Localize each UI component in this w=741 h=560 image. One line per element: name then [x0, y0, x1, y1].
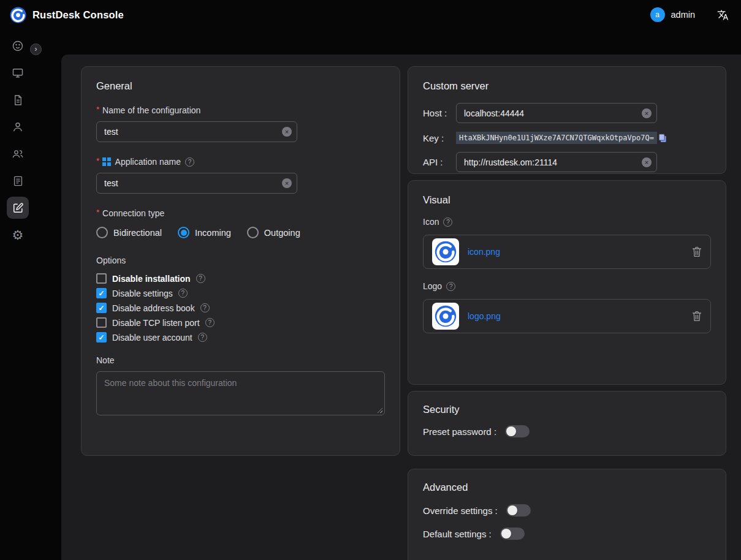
options-label: Options	[96, 255, 385, 265]
user-avatar[interactable]: a	[650, 7, 665, 22]
required-asterisk: *	[96, 156, 99, 165]
api-label: API :	[423, 157, 456, 167]
sidebar-item-groups[interactable]	[7, 143, 29, 165]
api-row: API : ×	[423, 152, 711, 172]
api-input[interactable]	[456, 152, 657, 172]
default-settings-label: Default settings :	[423, 529, 492, 539]
visual-title: Visual	[423, 194, 711, 206]
sidebar-item-user[interactable]	[7, 116, 29, 138]
advanced-card: Advanced Override settings : Default set…	[408, 469, 726, 560]
preset-password-row: Preset password :	[423, 425, 711, 437]
application-name-label: * Application name ?	[96, 157, 385, 167]
application-name-input[interactable]	[96, 173, 297, 194]
logo-preview	[432, 303, 459, 330]
delete-icon[interactable]	[692, 246, 702, 257]
toggle-thumb	[506, 426, 516, 436]
clear-icon[interactable]: ×	[282, 127, 292, 137]
toggle-thumb	[507, 505, 517, 515]
icon-file-box: icon.png	[423, 235, 711, 269]
option-label: Disable TCP listen port	[112, 318, 200, 328]
help-icon[interactable]: ?	[205, 318, 215, 327]
icon-label: Icon ?	[423, 217, 711, 227]
app-title: RustDesk Console	[32, 9, 124, 21]
option-disable-installation: Disable installation ?	[96, 273, 385, 284]
user-icon	[12, 121, 24, 133]
help-icon[interactable]: ?	[178, 289, 188, 298]
general-card: General * Name of the configuration × * …	[81, 66, 400, 456]
logo-file-box: logo.png	[423, 299, 711, 333]
sidebar-item-audit-log[interactable]	[7, 170, 29, 192]
option-disable-user-account: Disable user account ?	[96, 332, 385, 342]
smile-icon	[12, 40, 24, 52]
radio-outgoing[interactable]: Outgoing	[247, 227, 300, 238]
connection-type-label: * Connection type	[96, 208, 385, 218]
config-name-label: * Name of the configuration	[96, 105, 385, 115]
visual-card: Visual Icon ? icon.png Logo ? logo.png	[408, 180, 726, 385]
option-label: Disable installation	[112, 274, 191, 284]
windows-icon	[102, 157, 111, 166]
copy-icon[interactable]	[658, 134, 667, 143]
advanced-title: Advanced	[423, 482, 711, 493]
checkbox[interactable]	[96, 288, 107, 298]
clear-icon[interactable]: ×	[642, 157, 652, 167]
sidebar-item-documents[interactable]	[7, 89, 29, 111]
toggle-thumb	[501, 529, 511, 539]
logo-file-link[interactable]: logo.png	[468, 311, 501, 321]
radio-icon	[96, 227, 108, 238]
checkbox[interactable]	[96, 317, 107, 328]
option-label: Disable address book	[112, 303, 195, 313]
application-name-field: ×	[96, 173, 297, 194]
api-field: ×	[456, 152, 657, 172]
option-disable-tcp-listen-port: Disable TCP listen port ?	[96, 317, 385, 328]
preset-password-toggle[interactable]	[505, 425, 530, 437]
sidebar-item-settings[interactable]: ⚙	[7, 224, 29, 246]
override-settings-row: Override settings :	[423, 504, 711, 516]
delete-icon[interactable]	[692, 311, 702, 322]
note-field	[96, 371, 385, 418]
clear-icon[interactable]: ×	[282, 178, 292, 188]
translate-icon[interactable]	[717, 9, 729, 21]
help-icon[interactable]: ?	[196, 274, 205, 283]
icon-file-link[interactable]: icon.png	[468, 247, 500, 257]
sidebar: ⚙	[0, 29, 36, 560]
top-bar: RustDesk Console a admin	[0, 0, 741, 29]
config-name-input[interactable]	[96, 121, 297, 142]
help-icon[interactable]: ?	[198, 333, 207, 342]
connection-type-options: Bidirectional Incoming Outgoing	[96, 227, 385, 238]
custom-client-icon	[12, 202, 24, 214]
devices-icon	[12, 67, 24, 79]
help-icon[interactable]: ?	[446, 282, 455, 291]
sidebar-item-status[interactable]	[7, 35, 29, 57]
option-label: Disable settings	[112, 289, 173, 298]
checkbox[interactable]	[96, 303, 107, 313]
checkbox[interactable]	[96, 332, 107, 342]
option-label: Disable user account	[112, 333, 192, 342]
radio-icon	[178, 227, 189, 238]
override-settings-toggle[interactable]	[506, 504, 531, 516]
security-title: Security	[423, 404, 711, 415]
general-title: General	[96, 80, 385, 92]
radio-incoming[interactable]: Incoming	[178, 227, 231, 238]
option-disable-settings: Disable settings ?	[96, 288, 385, 298]
header-right: a admin	[650, 7, 729, 22]
rustdesk-logo-icon	[10, 7, 26, 23]
help-icon[interactable]: ?	[443, 218, 452, 227]
host-input[interactable]	[456, 103, 657, 123]
required-asterisk: *	[96, 208, 99, 217]
help-icon[interactable]: ?	[185, 157, 194, 167]
settings-gear-icon: ⚙	[12, 229, 24, 241]
note-textarea[interactable]	[96, 371, 385, 415]
preset-password-label: Preset password :	[423, 426, 496, 437]
radio-bidirectional[interactable]: Bidirectional	[96, 227, 162, 238]
key-label: Key :	[423, 133, 456, 143]
help-icon[interactable]: ?	[200, 303, 210, 312]
sidebar-item-custom-client[interactable]	[7, 197, 29, 219]
sidebar-item-devices[interactable]	[7, 62, 29, 84]
checkbox[interactable]	[96, 273, 107, 284]
default-settings-toggle[interactable]	[500, 528, 525, 540]
username[interactable]: admin	[671, 10, 696, 20]
document-icon	[12, 94, 24, 106]
sidebar-expand-button[interactable]: ›	[30, 44, 42, 55]
radio-icon	[247, 227, 259, 238]
clear-icon[interactable]: ×	[642, 108, 652, 118]
